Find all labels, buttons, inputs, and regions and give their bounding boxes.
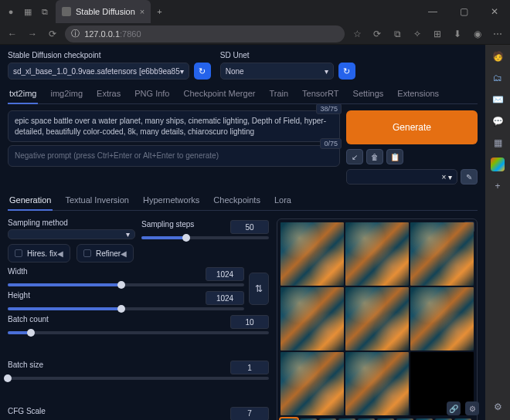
chevron-down-icon: ▾: [180, 67, 184, 76]
sidebar-tools-icon[interactable]: 🗂: [491, 71, 505, 85]
cfg-value[interactable]: 7: [230, 407, 269, 420]
prompt-counter: 38/75: [316, 103, 342, 114]
sidebar-grid-icon[interactable]: ▦: [491, 136, 505, 150]
tab-extensions[interactable]: Extensions: [396, 89, 440, 103]
float-settings-button[interactable]: ⚙: [465, 401, 479, 415]
refresh-checkpoint-button[interactable]: ↻: [194, 63, 211, 80]
batch-size-slider[interactable]: [8, 377, 269, 380]
tab-settings[interactable]: Settings: [352, 89, 386, 103]
neg-prompt-counter: 0/75: [320, 138, 342, 149]
window-close[interactable]: ✕: [479, 0, 510, 23]
sidebar-copilot-icon[interactable]: 🧑: [491, 49, 505, 63]
subtab-generation[interactable]: Generation: [8, 195, 53, 211]
paste-button[interactable]: 📋: [386, 149, 403, 164]
batch-size-label: Batch size: [8, 361, 43, 374]
sampling-steps-slider[interactable]: [141, 236, 269, 239]
app-icon: ●: [5, 5, 17, 18]
favorites-icon[interactable]: ✧: [410, 26, 425, 42]
collections-icon[interactable]: ⧉: [389, 26, 405, 42]
gallery-image[interactable]: [345, 222, 409, 286]
sidebar-add-button[interactable]: +: [491, 179, 505, 193]
tab-pnginfo[interactable]: PNG Info: [133, 89, 171, 103]
width-slider[interactable]: [8, 283, 244, 286]
url-host: 127.0.0.1: [84, 29, 120, 39]
gallery-image[interactable]: [410, 222, 474, 286]
neg-prompt-input[interactable]: Negative prompt (press Ctrl+Enter or Alt…: [8, 145, 340, 167]
tab-tensorrt[interactable]: TensorRT: [301, 89, 340, 103]
triangle-left-icon: ◀: [121, 249, 127, 258]
sampling-steps-value[interactable]: 50: [230, 220, 269, 234]
url-bar[interactable]: ⓘ 127.0.0.1:7860: [65, 25, 345, 42]
refresh-button[interactable]: ⟳: [45, 26, 60, 42]
hires-checkbox[interactable]: [15, 249, 22, 257]
width-label: Width: [8, 267, 28, 281]
tab-actions-icon[interactable]: ⧉: [39, 5, 51, 18]
addon-icon[interactable]: ⊞: [430, 26, 445, 42]
window-minimize[interactable]: —: [417, 0, 448, 23]
subtab-lora[interactable]: Lora: [273, 195, 293, 210]
new-tab-button[interactable]: +: [151, 7, 168, 16]
chevron-down-icon: ▾: [325, 67, 328, 76]
sampling-method-select[interactable]: ▾: [8, 229, 135, 239]
site-info-icon[interactable]: ⓘ: [71, 28, 84, 39]
sidebar-settings-icon[interactable]: ⚙: [491, 400, 505, 414]
menu-icon[interactable]: ⋯: [490, 26, 505, 42]
window-maximize[interactable]: ▢: [448, 0, 479, 23]
batch-count-value[interactable]: 10: [230, 315, 269, 329]
sync-icon[interactable]: ⟳: [369, 26, 385, 42]
checkpoint-select[interactable]: sd_xl_base_1.0_0.9vae.safetensors [e6bb9…: [8, 63, 189, 80]
height-slider[interactable]: [8, 307, 244, 310]
chevron-down-icon: ▾: [126, 230, 130, 239]
toolbar: ← → ⟳ ⓘ 127.0.0.1:7860 ☆ ⟳ ⧉ ✧ ⊞ ⬇ ◉ ⋯: [0, 23, 510, 45]
batch-size-value[interactable]: 1: [230, 361, 269, 374]
styles-select[interactable]: × ▾: [346, 169, 457, 185]
gallery-image[interactable]: [410, 287, 474, 351]
refiner-checkbox[interactable]: [83, 249, 91, 257]
swap-dimensions-button[interactable]: ⇅: [249, 273, 269, 305]
tab-img2img[interactable]: img2img: [49, 89, 84, 103]
close-tab-icon[interactable]: ×: [140, 7, 144, 16]
sidebar-msft-icon[interactable]: ■: [491, 158, 505, 171]
gallery-image[interactable]: [345, 352, 409, 415]
sampling-method-label: Sampling method: [8, 218, 135, 227]
profile-icon[interactable]: ◉: [470, 26, 485, 42]
refiner-accordion[interactable]: Refiner◀: [76, 244, 134, 262]
workspaces-icon[interactable]: ▦: [22, 5, 34, 18]
width-value[interactable]: 1024: [206, 267, 244, 281]
extensions-icon[interactable]: ☆: [349, 26, 365, 42]
browser-tab[interactable]: Stable Diffusion ×: [56, 0, 151, 23]
gallery-image[interactable]: [280, 352, 344, 415]
subtab-textual-inversion[interactable]: Textual Inversion: [63, 195, 131, 210]
unet-select[interactable]: None▾: [220, 63, 334, 80]
sidebar-outlook-icon[interactable]: ✉️: [491, 93, 505, 107]
generate-button[interactable]: Generate: [346, 110, 478, 144]
tab-merger[interactable]: Checkpoint Merger: [182, 89, 257, 103]
refresh-unet-button[interactable]: ↻: [338, 63, 355, 80]
edge-sidebar: 🧑 🗂 ✉️ 💬 ▦ ■ + ⚙: [485, 45, 510, 420]
url-port: :7860: [120, 29, 141, 39]
gallery-image[interactable]: [280, 287, 344, 351]
gallery-image[interactable]: [345, 287, 409, 351]
subtab-hypernetworks[interactable]: Hypernetworks: [141, 195, 201, 210]
sidebar-chat-icon[interactable]: 💬: [491, 114, 505, 128]
float-link-button[interactable]: 🔗: [447, 401, 461, 415]
tab-extras[interactable]: Extras: [95, 89, 122, 103]
tab-train[interactable]: Train: [267, 89, 290, 103]
forward-button[interactable]: →: [25, 26, 40, 42]
interrogate-button[interactable]: ↙: [346, 149, 363, 164]
back-button[interactable]: ←: [5, 26, 20, 42]
window-titlebar: ● ▦ ⧉ Stable Diffusion × + — ▢ ✕: [0, 0, 510, 23]
sub-tabs: Generation Textual Inversion Hypernetwor…: [8, 195, 478, 211]
edit-style-button[interactable]: ✎: [461, 169, 478, 185]
height-value[interactable]: 1024: [206, 291, 244, 305]
batch-count-slider[interactable]: [8, 331, 269, 334]
triangle-left-icon: ◀: [57, 249, 63, 258]
prompt-input[interactable]: epic space battle over a water planet, m…: [8, 110, 340, 142]
hires-fix-accordion[interactable]: Hires. fix◀: [8, 244, 70, 262]
gallery-image[interactable]: [280, 222, 344, 286]
clear-button[interactable]: 🗑: [366, 149, 383, 164]
gallery: ×: [277, 218, 478, 420]
downloads-icon[interactable]: ⬇: [450, 26, 465, 42]
subtab-checkpoints[interactable]: Checkpoints: [212, 195, 262, 210]
tab-txt2img[interactable]: txt2img: [8, 89, 38, 104]
